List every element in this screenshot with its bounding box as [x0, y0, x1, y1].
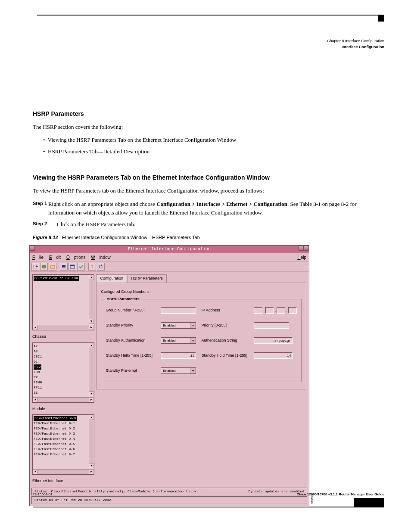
menu-window[interactable]: Window: [91, 255, 111, 260]
scrollbar-horizontal[interactable]: ◂ ▸: [33, 469, 94, 474]
list-item[interactable]: RP11: [34, 385, 93, 390]
list-item[interactable]: FE9/FastEthernet 9-6: [34, 447, 93, 452]
tab-pane: Configuration HSRP Parameters Configured…: [96, 274, 306, 484]
menu-options[interactable]: Options: [66, 255, 85, 260]
scroll-left-icon[interactable]: ◂: [33, 397, 38, 402]
list-icon[interactable]: [60, 263, 68, 271]
ip-octet[interactable]: [265, 307, 274, 314]
tab-hsrp-parameters[interactable]: HSRP Parameters: [127, 274, 167, 283]
module-listbox[interactable]: FE9/FastEthernet 9-0FE9/FastEthernet 9-1…: [32, 414, 94, 475]
list-item[interactable]: FE9/FastEthernet 9-2: [34, 426, 93, 431]
scroll-down-icon[interactable]: ▾: [89, 391, 94, 396]
sysmenu-icon[interactable]: [30, 246, 35, 251]
configured-group-label: Configured Group Numbers: [101, 289, 302, 295]
scroll-down-icon[interactable]: ▾: [89, 319, 94, 324]
footer-book-title: Cisco 12000/10700 v3.1.1 Router Manager …: [297, 492, 384, 496]
tab-configuration[interactable]: Configuration: [96, 274, 127, 283]
figure-caption: Figure 8-12 Ethernet Interface Configura…: [33, 234, 384, 241]
nav-label-interface: Ethernet Interface: [32, 478, 94, 484]
doc-body: HSRP Parameters The HSRP section covers …: [33, 92, 384, 506]
list-item[interactable]: PSM0: [34, 380, 93, 385]
list-item[interactable]: FE9/FastEthernet 9-3: [34, 431, 93, 436]
input-priority[interactable]: [254, 322, 289, 329]
label-hello-time: Standby Hello Time [1-255]: [106, 353, 161, 359]
top-corner-block: [378, 15, 384, 22]
scrollbar-horizontal[interactable]: ◂ ▸: [33, 397, 94, 402]
help-icon[interactable]: ?: [88, 263, 96, 271]
window-icon[interactable]: [68, 263, 76, 271]
tab-body: Configured Group Numbers HSRP Parameters…: [96, 283, 306, 390]
scroll-right-icon[interactable]: ▸: [89, 397, 94, 402]
device-listbox[interactable]: GSR12012-10.76.82.139 ▴ ▾ ◂ ▸: [32, 274, 94, 330]
scroll-left-icon[interactable]: ◂: [33, 325, 38, 330]
scroll-left-icon[interactable]: ◂: [33, 469, 38, 474]
list-item[interactable]: FE9/FastEthernet 9-0: [34, 416, 93, 421]
scrollbar-horizontal[interactable]: ◂ ▸: [33, 325, 94, 330]
label-preempt: Standby Pre-empt: [106, 368, 161, 374]
chassis-listbox[interactable]: A7A8CSC1D1FE9LBMP2PSM0RP11S5 ▴ ▾ ◂ ▸: [32, 342, 94, 403]
dropdown-standby-auth[interactable]: Enabled ▾: [161, 337, 196, 344]
dropdown-preempt[interactable]: Enabled ▾: [161, 367, 196, 374]
scroll-up-icon[interactable]: ▴: [89, 343, 94, 348]
check-icon[interactable]: [77, 263, 85, 271]
label-standby-auth: Standby Authentication: [106, 338, 161, 344]
list-item[interactable]: FE9/FastEthernet 9-7: [34, 452, 93, 457]
list-item[interactable]: LBM: [34, 370, 93, 375]
minimize-icon[interactable]: [299, 246, 304, 251]
list-item[interactable]: P2: [34, 375, 93, 380]
menu-file[interactable]: File: [32, 255, 44, 260]
scrollbar-vertical[interactable]: ▴ ▾: [89, 415, 94, 468]
window-title: Ethernet Interface Configuration: [128, 247, 211, 252]
list-item[interactable]: S5: [34, 390, 93, 395]
subsection-lead: To view the HSRP Parameters tab on the E…: [33, 187, 384, 195]
label-priority: Priority [0-255]: [201, 323, 254, 329]
ip-octet[interactable]: [277, 307, 285, 314]
exit-icon[interactable]: [31, 263, 39, 271]
list-item[interactable]: FE9/FastEthernet 9-1: [34, 421, 93, 426]
chevron-down-icon[interactable]: ▾: [190, 323, 196, 328]
list-item[interactable]: FE9/FastEthernet 9-4: [34, 436, 93, 442]
section-intro: The HSRP section covers the following:: [33, 123, 384, 131]
chevron-down-icon[interactable]: ▾: [190, 368, 196, 373]
list-item[interactable]: FE9/FastEthernet 9-5: [34, 442, 93, 447]
input-hello-time[interactable]: 12: [161, 352, 196, 359]
dropdown-standby-priority[interactable]: Enabled ▾: [161, 322, 196, 329]
refresh-icon[interactable]: [97, 263, 105, 271]
list-item[interactable]: D1: [34, 359, 93, 364]
scroll-up-icon[interactable]: ▴: [89, 415, 94, 420]
folder-icon[interactable]: [49, 263, 56, 271]
hsrp-fieldset: HSRP Parameters Group Number [0-255] IP …: [101, 299, 302, 382]
scroll-down-icon[interactable]: ▾: [89, 463, 94, 468]
scrollbar-vertical[interactable]: ▴ ▾: [89, 343, 94, 396]
input-group-number[interactable]: [161, 307, 196, 314]
titlebar[interactable]: Ethernet Interface Configuration: [30, 246, 309, 253]
scrollbar-vertical[interactable]: ▴ ▾: [89, 275, 94, 324]
scroll-right-icon[interactable]: ▸: [89, 325, 94, 330]
menu-edit[interactable]: Edit: [49, 255, 61, 260]
chevron-down-icon[interactable]: ▾: [190, 338, 196, 343]
ip-octet[interactable]: [254, 307, 262, 314]
steps: Step 1 Right click on an appropriate obj…: [33, 200, 384, 229]
page-frame: Chapter 8 Interface Configuration Interf…: [33, 15, 384, 507]
scroll-right-icon[interactable]: ▸: [89, 469, 94, 474]
ip-octet[interactable]: [288, 307, 297, 314]
list-item[interactable]: GSR12012-10.76.82.139: [34, 276, 79, 281]
step-text: Click on the HSRP Parameters tab.: [57, 220, 135, 229]
nav-label-chassis: Chassis: [32, 334, 94, 340]
ip-address-input[interactable]: . . .: [254, 307, 297, 314]
list-item[interactable]: A7: [34, 344, 93, 349]
input-hold-time[interactable]: 14: [254, 352, 293, 359]
doc-header: Chapter 8 Interface Configuration Interf…: [72, 39, 384, 49]
list-item[interactable]: FE9: [34, 364, 93, 370]
list-item[interactable]: A8: [34, 349, 93, 354]
bottom-corner-block: [354, 498, 384, 507]
status-timestamp: Status as of Fri Dec 20 18:38:47 2002: [31, 496, 307, 504]
bottom-rule: [33, 507, 380, 507]
list-item[interactable]: CSC1: [34, 354, 93, 359]
input-auth-string[interactable]: hsrpupigr: [254, 337, 293, 344]
menu-help[interactable]: Help: [297, 254, 306, 261]
scroll-up-icon[interactable]: ▴: [89, 275, 94, 280]
palette-icon[interactable]: [40, 263, 48, 271]
label-hold-time: Standby Hold Time [1-255]: [201, 353, 254, 359]
maximize-icon[interactable]: [304, 246, 309, 251]
